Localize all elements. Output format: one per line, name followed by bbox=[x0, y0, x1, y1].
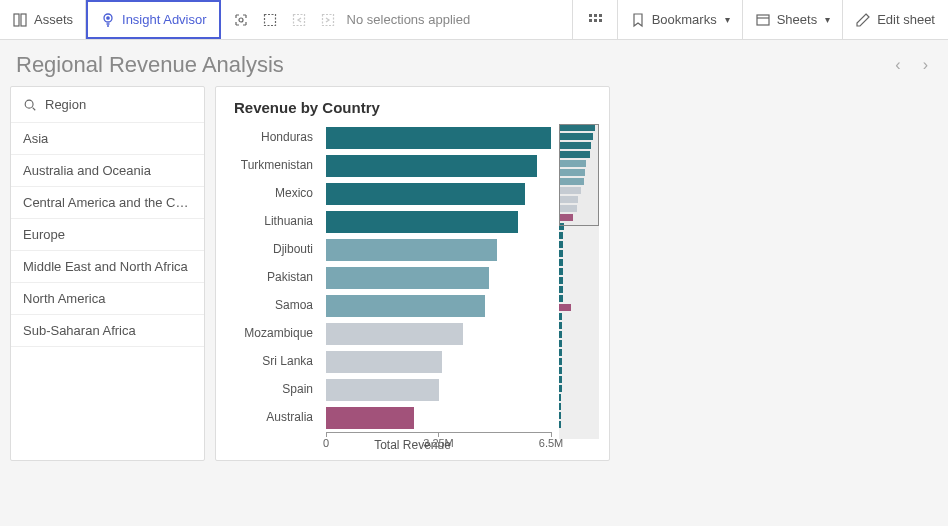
mini-bar bbox=[559, 304, 571, 311]
svg-rect-13 bbox=[757, 15, 769, 25]
top-toolbar: Assets Insight Advisor No selections app… bbox=[0, 0, 948, 40]
chevron-down-icon: ▾ bbox=[725, 14, 730, 25]
region-list: AsiaAustralia and OceaniaCentral America… bbox=[11, 123, 204, 347]
search-icon bbox=[23, 98, 37, 112]
bar-label: Turkmenistan bbox=[226, 152, 321, 178]
mini-bar bbox=[559, 358, 562, 365]
bar-row[interactable]: Spain bbox=[326, 376, 551, 404]
x-axis-title: Total Revenue bbox=[374, 438, 451, 452]
mini-bar bbox=[559, 286, 563, 293]
step-back-button[interactable] bbox=[285, 0, 314, 39]
revenue-chart-panel[interactable]: Revenue by Country HondurasTurkmenistanM… bbox=[215, 86, 610, 461]
region-list-item[interactable]: Australia and Oceania bbox=[11, 155, 204, 187]
edit-sheet-label: Edit sheet bbox=[877, 12, 935, 27]
grid-button[interactable] bbox=[572, 0, 618, 39]
svg-rect-7 bbox=[589, 14, 592, 17]
mini-bar bbox=[559, 169, 585, 176]
region-list-item[interactable]: Sub-Saharan Africa bbox=[11, 315, 204, 347]
bar-row[interactable]: Djibouti bbox=[326, 236, 551, 264]
bookmark-icon bbox=[630, 12, 646, 28]
step-forward-button[interactable] bbox=[314, 0, 343, 39]
mini-bar bbox=[559, 367, 562, 374]
svg-rect-1 bbox=[21, 14, 26, 26]
bar-fill bbox=[326, 183, 525, 205]
svg-rect-10 bbox=[589, 19, 592, 22]
mini-bar bbox=[559, 124, 595, 131]
insight-advisor-button[interactable]: Insight Advisor bbox=[86, 0, 221, 39]
chart-area: HondurasTurkmenistanMexicoLithuaniaDjibo… bbox=[226, 124, 599, 454]
bar-row[interactable]: Mexico bbox=[326, 180, 551, 208]
bar-fill bbox=[326, 211, 518, 233]
mini-bar bbox=[559, 187, 581, 194]
sheets-icon bbox=[755, 12, 771, 28]
svg-point-2 bbox=[107, 16, 109, 18]
bar-row[interactable]: Lithuania bbox=[326, 208, 551, 236]
bar-fill bbox=[326, 295, 485, 317]
region-list-item[interactable]: Middle East and North Africa bbox=[11, 251, 204, 283]
selections-tool-button[interactable] bbox=[256, 0, 285, 39]
chart-mini-map[interactable] bbox=[559, 124, 599, 439]
mini-bar bbox=[559, 160, 586, 167]
bar-label: Samoa bbox=[226, 292, 321, 318]
assets-button[interactable]: Assets bbox=[0, 0, 86, 39]
mini-bar bbox=[559, 277, 563, 284]
no-selections-label: No selections applied bbox=[347, 12, 471, 27]
title-bar: Regional Revenue Analysis ‹ › bbox=[0, 40, 948, 86]
mini-bar bbox=[559, 151, 590, 158]
bookmarks-button[interactable]: Bookmarks ▾ bbox=[618, 0, 743, 39]
bar-row[interactable]: Turkmenistan bbox=[326, 152, 551, 180]
region-filter-pane: Region AsiaAustralia and OceaniaCentral … bbox=[10, 86, 205, 461]
mini-bar bbox=[559, 403, 561, 410]
sheets-button[interactable]: Sheets ▾ bbox=[743, 0, 843, 39]
next-sheet-button[interactable]: › bbox=[919, 52, 932, 78]
smart-search-button[interactable] bbox=[221, 0, 256, 39]
step-back-icon bbox=[291, 12, 307, 28]
bar-label: Mexico bbox=[226, 180, 321, 206]
mini-bar bbox=[559, 349, 562, 356]
selections-tool-icon bbox=[262, 12, 278, 28]
mini-bar bbox=[559, 376, 562, 383]
mini-bar bbox=[559, 214, 573, 221]
edit-sheet-button[interactable]: Edit sheet bbox=[843, 0, 948, 39]
bar-label: Pakistan bbox=[226, 264, 321, 290]
bar-row[interactable]: Mozambique bbox=[326, 320, 551, 348]
chevron-down-icon: ▾ bbox=[825, 14, 830, 25]
bar-label: Australia bbox=[226, 404, 321, 430]
sheet-nav: ‹ › bbox=[891, 52, 932, 78]
bar-row[interactable]: Australia bbox=[326, 404, 551, 432]
region-filter-label: Region bbox=[45, 97, 86, 112]
mini-bar bbox=[559, 295, 563, 302]
smart-search-icon bbox=[233, 12, 249, 28]
bar-row[interactable]: Honduras bbox=[326, 124, 551, 152]
region-list-item[interactable]: Asia bbox=[11, 123, 204, 155]
mini-bar bbox=[559, 394, 561, 401]
bar-label: Spain bbox=[226, 376, 321, 402]
svg-point-14 bbox=[25, 100, 33, 108]
mini-bar bbox=[559, 421, 561, 428]
bar-row[interactable]: Samoa bbox=[326, 292, 551, 320]
svg-rect-8 bbox=[594, 14, 597, 17]
sheets-label: Sheets bbox=[777, 12, 817, 27]
mini-bar bbox=[559, 133, 593, 140]
mini-bar bbox=[559, 250, 563, 257]
mini-bar bbox=[559, 385, 562, 392]
bar-fill bbox=[326, 267, 489, 289]
region-filter-header[interactable]: Region bbox=[11, 87, 204, 123]
mini-bar bbox=[559, 232, 563, 239]
insight-advisor-icon bbox=[100, 12, 116, 28]
region-list-item[interactable]: North America bbox=[11, 283, 204, 315]
insight-advisor-label: Insight Advisor bbox=[122, 12, 207, 27]
bar-label: Honduras bbox=[226, 124, 321, 150]
svg-rect-0 bbox=[14, 14, 19, 26]
edit-icon bbox=[855, 12, 871, 28]
mini-bar bbox=[559, 268, 563, 275]
region-list-item[interactable]: Central America and the Cari... bbox=[11, 187, 204, 219]
mini-bar bbox=[559, 241, 563, 248]
assets-icon bbox=[12, 12, 28, 28]
prev-sheet-button[interactable]: ‹ bbox=[891, 52, 904, 78]
mini-bar bbox=[559, 205, 577, 212]
bar-label: Lithuania bbox=[226, 208, 321, 234]
bar-row[interactable]: Pakistan bbox=[326, 264, 551, 292]
region-list-item[interactable]: Europe bbox=[11, 219, 204, 251]
bar-row[interactable]: Sri Lanka bbox=[326, 348, 551, 376]
